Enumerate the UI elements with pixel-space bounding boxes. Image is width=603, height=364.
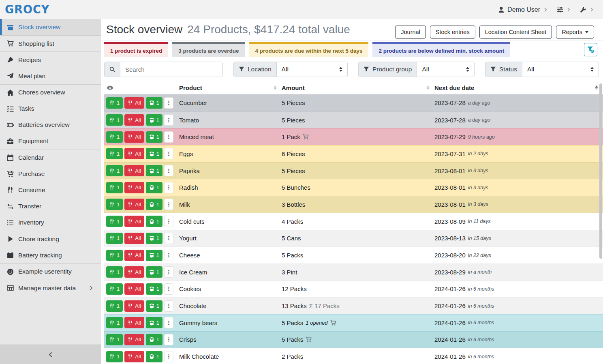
consume-all-button[interactable]: All [124,131,144,143]
sidebar-item-battery-tracking[interactable]: Battery tracking [0,247,101,263]
row-menu-button[interactable] [164,114,173,126]
row-menu-button[interactable] [164,334,173,345]
sidebar-item-transfer[interactable]: Transfer [0,198,101,214]
row-menu-button[interactable] [164,131,173,143]
row-menu-button[interactable] [164,250,173,261]
consume-all-button[interactable]: All [124,250,144,261]
sidebar-collapse-button[interactable] [0,345,101,364]
clear-filter-button[interactable] [584,43,597,56]
product-name[interactable]: Cold cuts [179,218,282,225]
user-menu[interactable]: Demo User [498,6,548,13]
consume-one-button[interactable]: 1 [106,317,123,328]
next-due-date-column-header[interactable]: Next due date [434,81,603,94]
consume-all-button[interactable]: All [124,199,144,210]
consume-one-button[interactable]: 1 [106,283,123,295]
row-menu-button[interactable] [164,165,173,176]
open-one-button[interactable]: 1 [146,317,163,328]
search-input[interactable] [120,62,222,77]
consume-one-button[interactable]: 1 [106,148,123,159]
consume-all-button[interactable]: All [124,351,144,362]
shopping-cart-icon[interactable] [306,336,312,343]
product-name[interactable]: Minced meat [179,133,282,140]
consume-all-button[interactable]: All [124,300,144,312]
open-one-button[interactable]: 1 [146,97,163,109]
row-menu-button[interactable] [164,97,173,109]
consume-one-button[interactable]: 1 [106,216,123,227]
row-menu-button[interactable] [164,351,173,362]
location-select[interactable]: All [277,62,347,77]
open-one-button[interactable]: 1 [146,233,163,244]
row-menu-button[interactable] [164,283,173,295]
reports-button[interactable]: Reports [556,26,594,39]
product-name[interactable]: Gummy bears [179,319,282,326]
consume-all-button[interactable]: All [124,216,144,227]
consume-all-button[interactable]: All [124,334,144,345]
product-name[interactable]: Yogurt [179,235,282,242]
banner-due-soon[interactable]: 4 products are due within the next 5 day… [249,42,369,57]
consume-all-button[interactable]: All [124,97,144,109]
open-one-button[interactable]: 1 [146,131,163,143]
sidebar-item-purchase[interactable]: Purchase [0,166,101,182]
consume-one-button[interactable]: 1 [106,165,123,176]
product-column-header[interactable]: Product [179,81,282,94]
open-one-button[interactable]: 1 [146,216,163,227]
amount-column-header[interactable]: Amount [282,81,434,94]
product-name[interactable]: Cheese [179,252,282,259]
consume-one-button[interactable]: 1 [106,199,123,210]
open-one-button[interactable]: 1 [146,114,163,126]
open-one-button[interactable]: 1 [146,300,163,312]
row-menu-button[interactable] [164,148,173,159]
product-name[interactable]: Milk [179,201,282,208]
sidebar-item-manage-master-data[interactable]: Manage master data [0,280,101,296]
sidebar-item-recipes[interactable]: Recipes [0,51,101,68]
consume-one-button[interactable]: 1 [106,351,123,362]
consume-all-button[interactable]: All [124,182,144,193]
open-one-button[interactable]: 1 [146,250,163,261]
consume-all-button[interactable]: All [124,148,144,159]
open-one-button[interactable]: 1 [146,283,163,295]
open-one-button[interactable]: 1 [146,351,163,362]
shopping-cart-icon[interactable] [330,320,336,326]
consume-all-button[interactable]: All [124,266,144,278]
open-one-button[interactable]: 1 [146,199,163,210]
open-one-button[interactable]: 1 [146,148,163,159]
product-name[interactable]: Ice Cream [179,269,282,276]
product-name[interactable]: Paprika [179,167,282,174]
sidebar-item-chores-overview[interactable]: Chores overview [0,84,101,101]
admin-menu[interactable] [580,6,594,13]
banner-expired[interactable]: 1 product is expired [104,42,168,57]
sidebar-item-consume[interactable]: Consume [0,182,101,198]
consume-all-button[interactable]: All [124,114,144,126]
consume-all-button[interactable]: All [124,317,144,328]
stock-entries-button[interactable]: Stock entries [430,26,475,39]
product-name[interactable]: Cucumber [179,99,282,106]
product-name[interactable]: Milk Chocolate [179,353,282,360]
open-one-button[interactable]: 1 [146,334,163,345]
sidebar-item-chore-tracking[interactable]: Chore tracking [0,231,101,247]
consume-one-button[interactable]: 1 [106,114,123,126]
consume-all-button[interactable]: All [124,283,144,295]
product-name[interactable]: Radish [179,184,282,191]
row-menu-button[interactable] [164,300,173,312]
product-name[interactable]: Chocolate [179,302,282,309]
row-menu-button[interactable] [164,216,173,227]
shopping-cart-icon[interactable] [303,134,309,140]
location-content-sheet-button[interactable]: Location Content Sheet [479,26,552,39]
open-one-button[interactable]: 1 [146,266,163,278]
sidebar-item-stock-overview[interactable]: Stock overview [0,19,101,35]
sidebar-item-meal-plan[interactable]: Meal plan [0,68,101,84]
sidebar-item-inventory[interactable]: Inventory [0,214,101,231]
product-name[interactable]: Cookies [179,285,282,292]
status-select[interactable]: All [522,62,599,77]
consume-one-button[interactable]: 1 [106,131,123,143]
row-menu-button[interactable] [164,317,173,328]
journal-button[interactable]: Journal [395,26,426,39]
settings-menu[interactable] [557,6,571,13]
row-menu-button[interactable] [164,233,173,244]
consume-one-button[interactable]: 1 [106,233,123,244]
product-name[interactable]: Tomato [179,117,282,124]
consume-one-button[interactable]: 1 [106,182,123,193]
banner-overdue[interactable]: 3 products are overdue [172,42,245,57]
open-one-button[interactable]: 1 [146,182,163,193]
consume-one-button[interactable]: 1 [106,266,123,278]
